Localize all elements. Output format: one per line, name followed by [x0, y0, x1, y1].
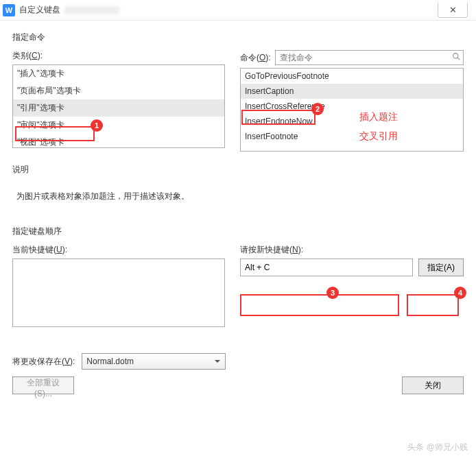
title-blur — [64, 6, 119, 14]
title-bar: W 自定义键盘 ✕ — [0, 0, 476, 21]
save-in-value: Normal.dotm — [86, 357, 134, 366]
category-item[interactable]: "视图"选项卡 — [13, 134, 224, 148]
category-item[interactable]: "审阅"选项卡 — [13, 117, 224, 134]
svg-line-1 — [457, 58, 460, 60]
current-keys-box[interactable] — [12, 259, 225, 327]
new-key-input[interactable] — [240, 259, 413, 276]
window-close-button[interactable]: ✕ — [438, 3, 468, 18]
search-wrap — [275, 50, 464, 65]
watermark: 头条 @师兄小贱 — [407, 442, 468, 453]
command-item[interactable]: InsertFootnote — [241, 129, 463, 144]
search-input[interactable] — [275, 50, 464, 65]
category-listbox[interactable]: "插入"选项卡"页面布局"选项卡"引用"选项卡"审阅"选项卡"视图"选项卡 — [12, 64, 225, 148]
command-item[interactable]: InsertEndnoteNow — [241, 114, 463, 129]
category-item[interactable]: "页面布局"选项卡 — [13, 82, 224, 99]
category-label: 类别(C): — [12, 50, 225, 62]
window-title: 自定义键盘 — [19, 4, 60, 16]
section-assign-command: 指定命令 — [12, 32, 464, 43]
reset-all-button[interactable]: 全部重设(S)... — [12, 376, 74, 394]
category-item[interactable]: "插入"选项卡 — [13, 65, 224, 82]
command-item[interactable]: InsertCrossReference — [241, 99, 463, 114]
command-item[interactable]: InsertCaption — [241, 84, 463, 99]
svg-point-0 — [453, 53, 458, 58]
category-item[interactable]: "引用"选项卡 — [13, 99, 224, 117]
description-text: 为图片或表格对象添加题注，用于描述该对象。 — [12, 182, 464, 220]
current-keys-label: 当前快捷键(U): — [12, 244, 225, 256]
save-in-label: 将更改保存在(V): — [12, 356, 75, 368]
command-item[interactable]: GoToPreviousFootnote — [241, 69, 463, 84]
save-in-select[interactable]: Normal.dotm — [82, 353, 226, 370]
new-key-label: 请按新快捷键(N): — [240, 244, 464, 256]
close-button[interactable]: 关闭 — [402, 376, 464, 394]
command-listbox[interactable]: GoToPreviousFootnoteInsertCaptionInsertC… — [240, 68, 464, 152]
section-description: 说明 — [12, 164, 464, 176]
app-icon: W — [3, 4, 15, 16]
section-kb-sequence: 指定键盘顺序 — [12, 226, 464, 237]
command-label: 命令(O): — [240, 52, 271, 64]
search-icon — [452, 52, 461, 63]
assign-button[interactable]: 指定(A) — [418, 259, 464, 276]
